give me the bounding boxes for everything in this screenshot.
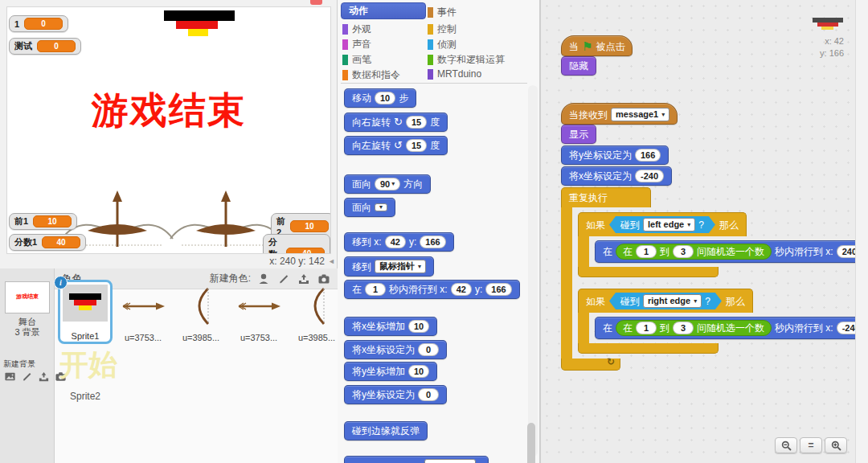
target-dropdown[interactable]: ▾ — [375, 203, 387, 211]
block-partial[interactable] — [344, 456, 489, 463]
sprite-tile[interactable]: u=3753... — [117, 285, 169, 342]
sprite-name: Sprite1 — [60, 331, 110, 341]
number-input[interactable]: 10 — [375, 92, 395, 104]
category-data[interactable]: 数据和指令 — [342, 68, 400, 82]
number-input[interactable]: 15 — [406, 139, 427, 152]
block-text: 在 — [603, 245, 612, 258]
edge-dropdown[interactable]: right edge▾ — [643, 294, 702, 308]
direction-dropdown[interactable]: 90▾ — [375, 178, 400, 191]
zoom-in-button[interactable] — [825, 437, 847, 453]
number-input[interactable]: 166 — [635, 149, 661, 162]
edge-dropdown[interactable]: left edge▾ — [643, 218, 695, 232]
zoom-out-button[interactable] — [775, 437, 797, 453]
variable-monitor[interactable]: 1 0 — [9, 15, 68, 32]
category-events[interactable]: 事件 — [428, 6, 457, 19]
block-set-y[interactable]: 将y坐标设定为 166 — [561, 145, 669, 165]
block-move-steps[interactable]: 移动 10 步 — [344, 88, 416, 108]
paint-sprite-icon[interactable] — [276, 272, 291, 286]
block-point-towards[interactable]: 面向 ▾ — [344, 198, 395, 217]
number-input[interactable]: 3 — [673, 322, 694, 334]
x-input[interactable]: 42 — [385, 236, 406, 248]
block-glide-left[interactable]: 在 在 1 到 3 间随机选一个数 秒内滑行到 x: -240 — [595, 317, 868, 339]
block-set-x[interactable]: 将x坐标设定为 -240 — [561, 166, 672, 186]
stage[interactable]: 游戏结束 1 0 测试 0 — [6, 6, 331, 254]
block-if-left-edge[interactable]: 如果 碰到 left edge▾ ? 那么 在 — [578, 212, 868, 277]
zoom-reset-button[interactable]: = — [800, 437, 822, 453]
variable-monitor[interactable]: 分数1 40 — [9, 234, 86, 251]
variable-monitor[interactable]: 分数2 -40 — [263, 234, 330, 254]
block-if-right-edge[interactable]: 如果 碰到 right edge▾ ? 那么 在 — [578, 289, 868, 354]
block-when-receive[interactable]: 当接收到 message1▾ — [561, 103, 678, 125]
pick-random-reporter[interactable]: 在 1 到 3 间随机选一个数 — [616, 244, 772, 260]
sprite-tile[interactable]: u=3985... — [291, 285, 342, 342]
number-input[interactable]: 10 — [408, 320, 429, 333]
category-control[interactable]: 控制 — [428, 23, 457, 36]
number-input[interactable]: 10 — [408, 365, 429, 378]
touching-condition[interactable]: 碰到 right edge▾ ? — [609, 293, 722, 309]
number-input[interactable]: 1 — [636, 245, 657, 258]
if-header[interactable]: 如果 碰到 left edge▾ ? 那么 — [578, 212, 747, 236]
block-when-flag-clicked[interactable]: 当 ⚑ 被点击 — [561, 35, 633, 56]
block-hide[interactable]: 隐藏 — [561, 56, 596, 76]
category-sensing[interactable]: 侦测 — [428, 38, 457, 51]
secs-input[interactable]: 1 — [365, 283, 386, 296]
y-input[interactable]: 166 — [420, 236, 445, 248]
number-input[interactable]: 0 — [418, 343, 439, 356]
stage-toggle-icon[interactable]: ◄ — [328, 257, 335, 265]
block-goto-mouse[interactable]: 移到 鼠标指针▾ — [344, 256, 434, 277]
upload-backdrop-icon[interactable] — [36, 369, 51, 383]
target-dropdown[interactable]: 鼠标指针▾ — [375, 260, 426, 273]
number-input[interactable]: -240 — [635, 170, 664, 182]
sprite-library-icon[interactable] — [256, 272, 271, 286]
backdrop-library-icon[interactable] — [2, 369, 17, 383]
pick-random-reporter[interactable]: 在 1 到 3 间随机选一个数 — [616, 320, 772, 336]
message-dropdown[interactable]: message1▾ — [611, 108, 669, 121]
forever-label[interactable]: 重复执行 — [561, 187, 651, 207]
block-glide-right[interactable]: 在 在 1 到 3 间随机选一个数 秒内滑行到 x: 240 — [595, 240, 868, 263]
block-change-x[interactable]: 将x坐标增加 10 — [344, 317, 437, 336]
category-pen[interactable]: 画笔 — [342, 53, 371, 67]
category-mrtduino[interactable]: MRTduino — [428, 68, 481, 80]
x-input[interactable]: 42 — [451, 283, 472, 296]
if-header[interactable]: 如果 碰到 right edge▾ ? 那么 — [578, 289, 753, 313]
variable-monitor[interactable]: 前1 10 — [9, 213, 77, 230]
block-set-y[interactable]: 将y坐标设定为 0 — [344, 385, 447, 404]
stage-thumbnail[interactable]: 游戏结束 — [5, 281, 50, 313]
sprite-tile[interactable]: u=3985... — [175, 285, 227, 342]
category-looks[interactable]: 外观 — [342, 23, 371, 36]
palette-scrollbar-track[interactable] — [528, 85, 538, 457]
palette-scrollbar-thumb[interactable] — [527, 423, 535, 463]
block-show[interactable]: 显示 — [561, 125, 596, 144]
block-turn-right[interactable]: 向右旋转 ↻ 15 度 — [344, 113, 448, 132]
upload-sprite-icon[interactable] — [297, 272, 311, 286]
script-scrollbar[interactable] — [855, 0, 868, 463]
block-point-direction[interactable]: 面向 90▾ 方向 — [344, 174, 431, 194]
stop-button-partial[interactable] — [310, 0, 322, 5]
script-stack-1[interactable]: 当 ⚑ 被点击 隐藏 — [561, 35, 633, 76]
category-sound[interactable]: 声音 — [342, 38, 371, 51]
category-operators[interactable]: 数字和逻辑运算 — [428, 53, 505, 67]
block-glide[interactable]: 在 1 秒内滑行到 x: 42 y: 166 — [344, 280, 520, 299]
y-input[interactable]: 166 — [485, 283, 511, 296]
block-bounce-on-edge[interactable]: 碰到边缘就反弹 — [344, 421, 428, 440]
block-goto-xy[interactable]: 移到 x: 42 y: 166 — [344, 232, 454, 252]
script-area[interactable]: x: 42 y: 166 当 ⚑ 被点击 隐藏 当接收到 message1▾ 显… — [540, 0, 868, 463]
touching-condition[interactable]: 碰到 left edge▾ ? — [609, 216, 715, 233]
category-motion[interactable]: 动作 — [341, 2, 426, 19]
camera-sprite-icon[interactable] — [317, 272, 331, 286]
sprite-tile[interactable]: u=3753... — [233, 285, 285, 342]
number-input[interactable]: 3 — [673, 245, 694, 258]
number-input[interactable]: 15 — [406, 116, 427, 129]
sprite-tile-selected[interactable]: i Sprite1 — [58, 280, 113, 344]
block-change-y[interactable]: 将y坐标增加 10 — [344, 362, 437, 381]
paint-backdrop-icon[interactable] — [19, 369, 34, 383]
variable-monitor[interactable]: 测试 0 — [9, 38, 81, 55]
number-input[interactable]: 0 — [418, 388, 439, 401]
sprite-tile[interactable]: 开始 Sprite2 — [58, 349, 113, 408]
block-turn-left[interactable]: 向左旋转 ↺ 15 度 — [344, 136, 448, 155]
block-forever[interactable]: 重复执行 如果 碰到 left edge▾ ? 那么 — [561, 187, 868, 371]
sprite-info-icon[interactable]: i — [54, 276, 68, 289]
script-stack-2[interactable]: 当接收到 message1▾ 显示 将y坐标设定为 166 将x坐标设定为 -2… — [561, 103, 868, 371]
number-input[interactable]: 1 — [636, 322, 657, 334]
block-set-x[interactable]: 将x坐标设定为 0 — [344, 340, 447, 359]
